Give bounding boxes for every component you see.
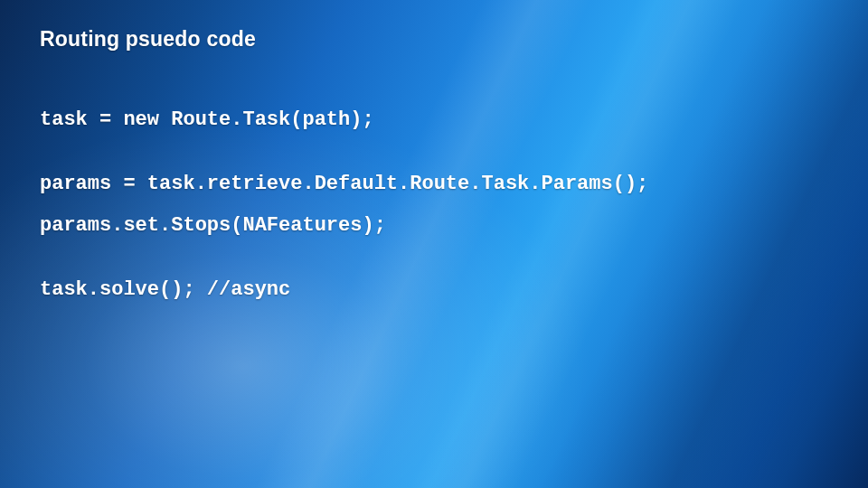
slide: Routing psuedo code task = new Route.Tas… <box>0 0 868 488</box>
code-line-2: params = task.retrieve.Default.Route.Tas… <box>40 173 648 195</box>
slide-title: Routing psuedo code <box>40 27 256 52</box>
code-line-1: task = new Route.Task(path); <box>40 108 648 131</box>
code-line-4: task.solve(); //async <box>40 278 648 301</box>
code-line-3: params.set.Stops(NAFeatures); <box>40 214 648 237</box>
code-block: task = new Route.Task(path); params = ta… <box>40 108 648 301</box>
